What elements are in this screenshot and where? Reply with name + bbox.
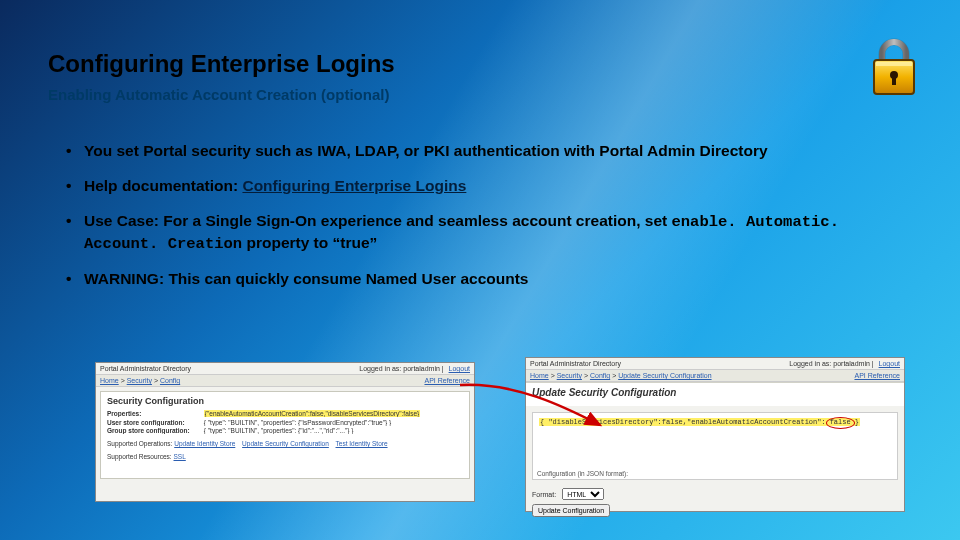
bullet-3: Use Case: For a Single Sign-On experienc… — [66, 211, 902, 255]
breadcrumb: Home > Security > Config API Reference — [96, 375, 474, 387]
api-ref-link[interactable]: API Reference — [854, 372, 900, 379]
lock-icon — [870, 38, 918, 98]
bullet-2-prefix: Help documentation: — [84, 177, 242, 194]
slide: Configuring Enterprise Logins Enabling A… — [0, 0, 960, 540]
format-row: Format: HTML — [526, 486, 904, 502]
update-panel: Update Security Configuration — [526, 382, 904, 406]
screenshot-row: Portal Administrator Directory Logged in… — [95, 362, 905, 512]
crumb-security[interactable]: Security — [127, 377, 152, 384]
config-panel: Security Configuration Properties: {"ena… — [100, 391, 470, 479]
groupstore-row: Group store configuration: { "type": "BU… — [107, 427, 463, 434]
screenshot-update-config: Portal Administrator Directory Logged in… — [525, 357, 905, 512]
panel-title: Security Configuration — [107, 396, 463, 406]
crumb-security[interactable]: Security — [557, 372, 582, 379]
op-link-1[interactable]: Update Identity Store — [174, 440, 235, 447]
json-textarea[interactable]: { "disableServicesDirectory":false,"enab… — [532, 412, 898, 480]
crumb-home[interactable]: Home — [530, 372, 549, 379]
bullet-3-pre: Use Case: For a Single Sign-On experienc… — [84, 212, 672, 229]
properties-row: Properties: {"enableAutomaticAccountCrea… — [107, 410, 463, 417]
json-content: { "disableServicesDirectory":false,"enab… — [539, 418, 860, 426]
config-label: Configuration (in JSON format): — [537, 470, 628, 477]
login-status: Logged in as: portaladmin | Logout — [789, 360, 900, 367]
help-doc-link[interactable]: Configuring Enterprise Logins — [242, 177, 466, 194]
format-select[interactable]: HTML — [562, 488, 604, 500]
breadcrumb: Home > Security > Config > Update Securi… — [526, 370, 904, 382]
window-title: Portal Administrator Directory — [530, 360, 621, 367]
bullet-1: You set Portal security such as IWA, LDA… — [66, 141, 902, 162]
crumb-config[interactable]: Config — [160, 377, 180, 384]
logout-link[interactable]: Logout — [449, 365, 470, 372]
page-subtitle: Enabling Automatic Account Creation (opt… — [48, 86, 912, 103]
op-link-2[interactable]: Update Security Configuration — [242, 440, 329, 447]
supported-resources: Supported Resources: SSL — [107, 453, 463, 460]
panel-title: Update Security Configuration — [532, 387, 898, 398]
crumb-config[interactable]: Config — [590, 372, 610, 379]
svg-rect-1 — [876, 62, 912, 66]
page-title: Configuring Enterprise Logins — [48, 50, 912, 78]
bullet-4: WARNING: This can quickly consume Named … — [66, 269, 902, 290]
logout-link[interactable]: Logout — [879, 360, 900, 367]
update-config-button[interactable]: Update Configuration — [532, 504, 610, 517]
shot-header: Portal Administrator Directory Logged in… — [526, 358, 904, 370]
svg-rect-3 — [892, 75, 896, 85]
crumb-home[interactable]: Home — [100, 377, 119, 384]
bullet-list: You set Portal security such as IWA, LDA… — [48, 141, 912, 290]
op-link-3[interactable]: Test Identity Store — [336, 440, 388, 447]
crumb-update[interactable]: Update Security Configuration — [618, 372, 711, 379]
api-ref-link[interactable]: API Reference — [424, 377, 470, 384]
userstore-row: User store configuration: { "type": "BUI… — [107, 419, 463, 426]
screenshot-security-config: Portal Administrator Directory Logged in… — [95, 362, 475, 502]
login-status: Logged in as: portaladmin | Logout — [359, 365, 470, 372]
shot-header: Portal Administrator Directory Logged in… — [96, 363, 474, 375]
format-label: Format: — [532, 491, 556, 498]
res-link-1[interactable]: SSL — [174, 453, 186, 460]
highlighted-false: false — [826, 417, 855, 429]
supported-ops: Supported Operations: Update Identity St… — [107, 440, 463, 447]
window-title: Portal Administrator Directory — [100, 365, 191, 372]
bullet-3-post: property to “true” — [242, 234, 377, 251]
bullet-2: Help documentation: Configuring Enterpri… — [66, 176, 902, 197]
